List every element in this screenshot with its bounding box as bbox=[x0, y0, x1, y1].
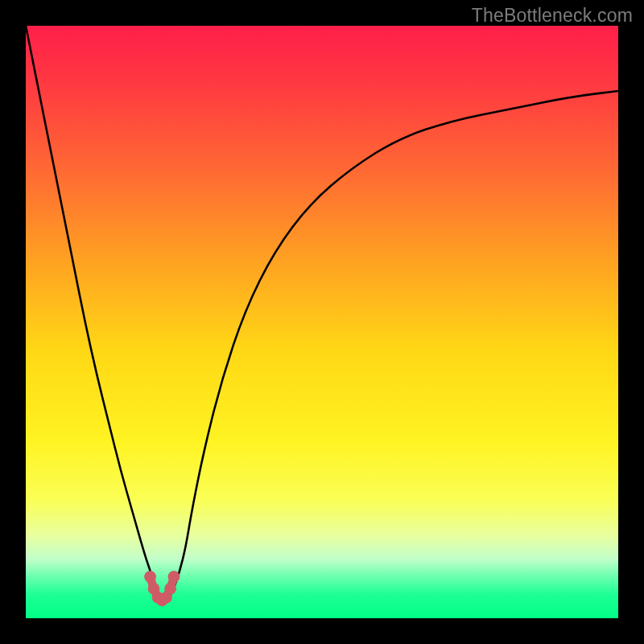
bottleneck-curve bbox=[26, 26, 618, 601]
bottleneck-minimum-dot bbox=[144, 571, 156, 583]
bottleneck-minimum-markers bbox=[144, 571, 180, 606]
bottleneck-minimum-dot bbox=[164, 583, 176, 595]
watermark-text: TheBottleneck.com bbox=[472, 5, 633, 27]
bottleneck-minimum-dot bbox=[168, 571, 180, 583]
chart-frame: TheBottleneck.com bbox=[0, 0, 644, 644]
curves-layer bbox=[26, 26, 618, 618]
plot-area bbox=[26, 26, 618, 618]
